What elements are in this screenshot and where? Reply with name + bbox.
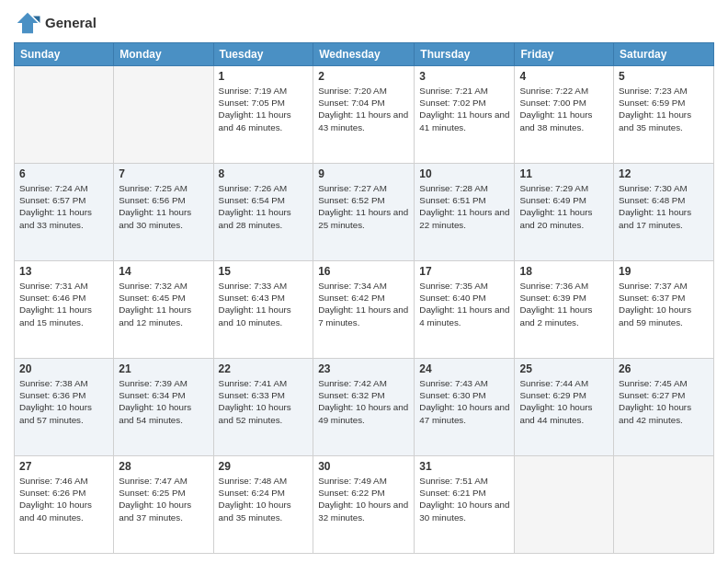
day-number: 6 [19, 167, 108, 180]
cell-content: Sunrise: 7:30 AM Sunset: 6:48 PM Dayligh… [619, 182, 709, 231]
day-number: 28 [119, 460, 208, 473]
day-number: 11 [519, 167, 609, 180]
calendar-cell: 16Sunrise: 7:34 AM Sunset: 6:42 PM Dayli… [313, 261, 415, 359]
day-number: 24 [419, 362, 509, 375]
calendar-cell: 9Sunrise: 7:27 AM Sunset: 6:52 PM Daylig… [313, 164, 415, 261]
calendar-cell: 29Sunrise: 7:48 AM Sunset: 6:24 PM Dayli… [213, 456, 313, 554]
cell-content: Sunrise: 7:46 AM Sunset: 6:26 PM Dayligh… [19, 475, 108, 523]
calendar-cell [614, 456, 714, 554]
day-number: 5 [619, 70, 709, 83]
weekday-header: Monday [114, 43, 213, 66]
cell-content: Sunrise: 7:23 AM Sunset: 6:59 PM Dayligh… [619, 85, 709, 133]
weekday-header: Wednesday [313, 43, 415, 66]
calendar-cell: 18Sunrise: 7:36 AM Sunset: 6:39 PM Dayli… [515, 261, 614, 359]
calendar-cell [15, 66, 114, 164]
calendar-cell: 2Sunrise: 7:20 AM Sunset: 7:04 PM Daylig… [313, 66, 415, 164]
cell-content: Sunrise: 7:19 AM Sunset: 7:05 PM Dayligh… [219, 85, 309, 133]
day-number: 30 [318, 460, 409, 473]
calendar-cell: 3Sunrise: 7:21 AM Sunset: 7:02 PM Daylig… [415, 66, 515, 164]
cell-content: Sunrise: 7:25 AM Sunset: 6:56 PM Dayligh… [119, 182, 208, 231]
day-number: 13 [19, 265, 108, 278]
day-number: 27 [19, 460, 108, 473]
day-number: 16 [318, 265, 409, 278]
cell-content: Sunrise: 7:38 AM Sunset: 6:36 PM Dayligh… [19, 377, 108, 426]
calendar-table: SundayMondayTuesdayWednesdayThursdayFrid… [14, 42, 714, 554]
logo-icon [14, 9, 41, 37]
day-number: 31 [419, 460, 509, 473]
cell-content: Sunrise: 7:49 AM Sunset: 6:22 PM Dayligh… [318, 475, 409, 523]
day-number: 1 [219, 70, 309, 83]
day-number: 19 [619, 265, 709, 278]
day-number: 25 [519, 362, 609, 375]
calendar-cell: 20Sunrise: 7:38 AM Sunset: 6:36 PM Dayli… [15, 359, 114, 456]
cell-content: Sunrise: 7:37 AM Sunset: 6:37 PM Dayligh… [619, 280, 709, 328]
calendar-cell: 1Sunrise: 7:19 AM Sunset: 7:05 PM Daylig… [213, 66, 313, 164]
logo-text: General [45, 16, 97, 31]
weekday-header: Friday [515, 43, 614, 66]
calendar-cell: 23Sunrise: 7:42 AM Sunset: 6:32 PM Dayli… [313, 359, 415, 456]
cell-content: Sunrise: 7:22 AM Sunset: 7:00 PM Dayligh… [519, 85, 609, 133]
cell-content: Sunrise: 7:48 AM Sunset: 6:24 PM Dayligh… [219, 475, 309, 523]
cell-content: Sunrise: 7:31 AM Sunset: 6:46 PM Dayligh… [19, 280, 108, 328]
cell-content: Sunrise: 7:26 AM Sunset: 6:54 PM Dayligh… [219, 182, 309, 231]
cell-content: Sunrise: 7:34 AM Sunset: 6:42 PM Dayligh… [318, 280, 409, 328]
calendar-cell: 26Sunrise: 7:45 AM Sunset: 6:27 PM Dayli… [614, 359, 714, 456]
calendar-cell: 10Sunrise: 7:28 AM Sunset: 6:51 PM Dayli… [415, 164, 515, 261]
calendar-cell: 21Sunrise: 7:39 AM Sunset: 6:34 PM Dayli… [114, 359, 213, 456]
calendar-cell: 11Sunrise: 7:29 AM Sunset: 6:49 PM Dayli… [515, 164, 614, 261]
weekday-header: Sunday [15, 43, 114, 66]
cell-content: Sunrise: 7:27 AM Sunset: 6:52 PM Dayligh… [318, 182, 409, 231]
calendar-cell: 28Sunrise: 7:47 AM Sunset: 6:25 PM Dayli… [114, 456, 213, 554]
cell-content: Sunrise: 7:44 AM Sunset: 6:29 PM Dayligh… [519, 377, 609, 426]
day-number: 4 [519, 70, 609, 83]
calendar-cell: 15Sunrise: 7:33 AM Sunset: 6:43 PM Dayli… [213, 261, 313, 359]
calendar-cell: 19Sunrise: 7:37 AM Sunset: 6:37 PM Dayli… [614, 261, 714, 359]
cell-content: Sunrise: 7:33 AM Sunset: 6:43 PM Dayligh… [219, 280, 309, 328]
day-number: 23 [318, 362, 409, 375]
weekday-header: Thursday [415, 43, 515, 66]
cell-content: Sunrise: 7:35 AM Sunset: 6:40 PM Dayligh… [419, 280, 509, 328]
day-number: 29 [219, 460, 309, 473]
day-number: 26 [619, 362, 709, 375]
calendar-cell: 22Sunrise: 7:41 AM Sunset: 6:33 PM Dayli… [213, 359, 313, 456]
cell-content: Sunrise: 7:29 AM Sunset: 6:49 PM Dayligh… [519, 182, 609, 231]
cell-content: Sunrise: 7:20 AM Sunset: 7:04 PM Dayligh… [318, 85, 409, 133]
calendar-cell: 17Sunrise: 7:35 AM Sunset: 6:40 PM Dayli… [415, 261, 515, 359]
calendar-cell: 6Sunrise: 7:24 AM Sunset: 6:57 PM Daylig… [15, 164, 114, 261]
calendar-cell: 4Sunrise: 7:22 AM Sunset: 7:00 PM Daylig… [515, 66, 614, 164]
calendar-cell: 8Sunrise: 7:26 AM Sunset: 6:54 PM Daylig… [213, 164, 313, 261]
calendar-cell: 12Sunrise: 7:30 AM Sunset: 6:48 PM Dayli… [614, 164, 714, 261]
day-number: 3 [419, 70, 509, 83]
weekday-header: Tuesday [213, 43, 313, 66]
day-number: 17 [419, 265, 509, 278]
page: General SundayMondayTuesdayWednesdayThur… [0, 0, 728, 563]
day-number: 8 [219, 167, 309, 180]
day-number: 14 [119, 265, 208, 278]
day-number: 7 [119, 167, 208, 180]
calendar-cell: 24Sunrise: 7:43 AM Sunset: 6:30 PM Dayli… [415, 359, 515, 456]
calendar-cell [515, 456, 614, 554]
day-number: 18 [519, 265, 609, 278]
cell-content: Sunrise: 7:51 AM Sunset: 6:21 PM Dayligh… [419, 475, 509, 523]
cell-content: Sunrise: 7:42 AM Sunset: 6:32 PM Dayligh… [318, 377, 409, 426]
day-number: 2 [318, 70, 409, 83]
cell-content: Sunrise: 7:36 AM Sunset: 6:39 PM Dayligh… [519, 280, 609, 328]
calendar-cell: 7Sunrise: 7:25 AM Sunset: 6:56 PM Daylig… [114, 164, 213, 261]
calendar-cell: 25Sunrise: 7:44 AM Sunset: 6:29 PM Dayli… [515, 359, 614, 456]
cell-content: Sunrise: 7:21 AM Sunset: 7:02 PM Dayligh… [419, 85, 509, 133]
cell-content: Sunrise: 7:32 AM Sunset: 6:45 PM Dayligh… [119, 280, 208, 328]
header: General [14, 9, 714, 37]
cell-content: Sunrise: 7:41 AM Sunset: 6:33 PM Dayligh… [219, 377, 309, 426]
calendar-cell: 27Sunrise: 7:46 AM Sunset: 6:26 PM Dayli… [15, 456, 114, 554]
calendar-cell: 13Sunrise: 7:31 AM Sunset: 6:46 PM Dayli… [15, 261, 114, 359]
calendar-cell [114, 66, 213, 164]
calendar-cell: 30Sunrise: 7:49 AM Sunset: 6:22 PM Dayli… [313, 456, 415, 554]
cell-content: Sunrise: 7:43 AM Sunset: 6:30 PM Dayligh… [419, 377, 509, 426]
cell-content: Sunrise: 7:39 AM Sunset: 6:34 PM Dayligh… [119, 377, 208, 426]
weekday-header: Saturday [614, 43, 714, 66]
day-number: 9 [318, 167, 409, 180]
cell-content: Sunrise: 7:24 AM Sunset: 6:57 PM Dayligh… [19, 182, 108, 231]
day-number: 22 [219, 362, 309, 375]
day-number: 10 [419, 167, 509, 180]
cell-content: Sunrise: 7:28 AM Sunset: 6:51 PM Dayligh… [419, 182, 509, 231]
